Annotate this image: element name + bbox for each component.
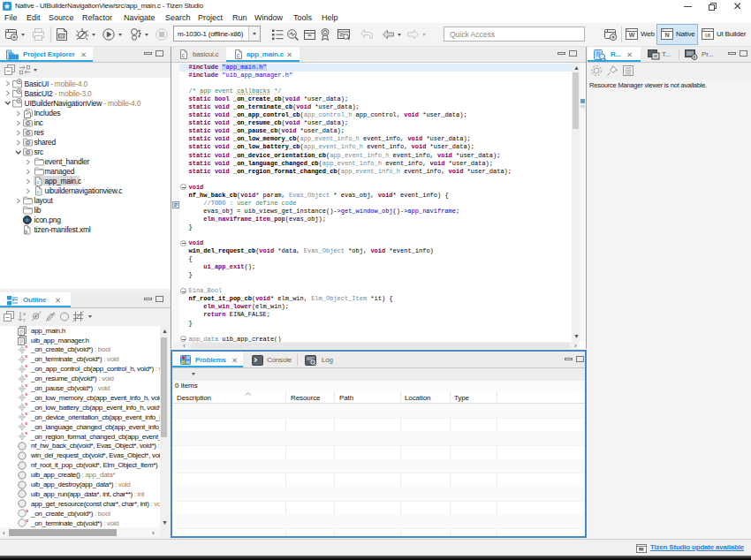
svg-text:c: c — [37, 189, 40, 194]
svg-text:z: z — [23, 317, 26, 322]
svg-text:c: c — [37, 179, 40, 185]
svg-text:s: s — [53, 311, 56, 316]
svg-text:a: a — [23, 311, 27, 316]
